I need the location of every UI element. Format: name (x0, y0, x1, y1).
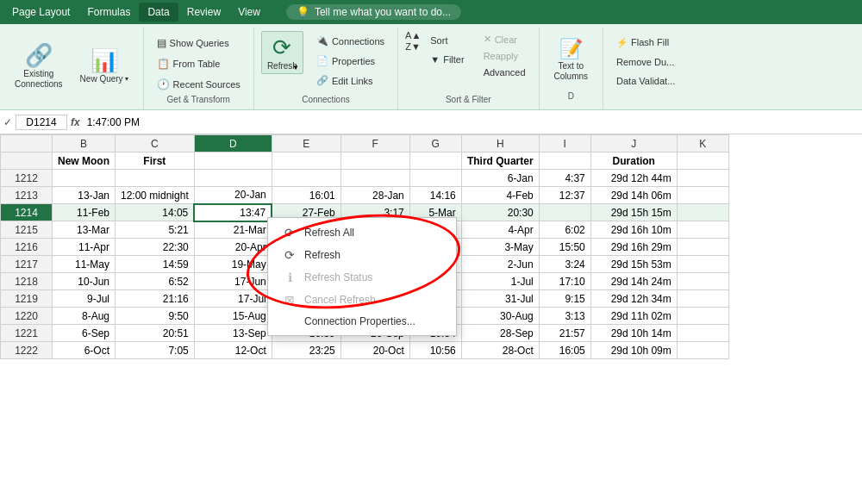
cell-i1216[interactable]: 15:50 (539, 239, 590, 256)
remove-duplicates-button[interactable]: Remove Du... (610, 54, 681, 70)
edit-links-button[interactable]: 🔗 Edit Links (310, 72, 390, 89)
refresh-all-item[interactable]: ⟳ Refresh All (268, 221, 456, 244)
col-header-j[interactable]: J (590, 135, 677, 152)
cell-b1212[interactable] (53, 170, 116, 187)
cell-h1222[interactable]: 28-Oct (461, 342, 539, 359)
cell-d1222[interactable]: 12-Oct (194, 342, 272, 359)
cell-i1215[interactable]: 6:02 (539, 221, 590, 239)
menu-review[interactable]: Review (178, 3, 229, 22)
cell-j1218[interactable]: 29d 14h 24m (590, 273, 677, 290)
text-to-columns-button[interactable]: 📝 Text toColumns (547, 31, 596, 90)
cell-b1213[interactable]: 13-Jan (53, 187, 116, 204)
existing-connections-button[interactable]: 🔗 ExistingConnections (7, 38, 71, 96)
cell-k1221[interactable] (677, 325, 728, 342)
cell-k1216[interactable] (677, 239, 728, 256)
reapply-button[interactable]: Reapply (478, 48, 532, 64)
col-header-e[interactable]: E (272, 135, 340, 152)
header-new-moon[interactable]: New Moon (53, 152, 116, 170)
cell-d1215[interactable]: 21-Mar (194, 221, 272, 239)
cell-i1212[interactable]: 4:37 (539, 170, 590, 187)
cell-d1220[interactable]: 15-Aug (194, 308, 272, 325)
cell-g1222[interactable]: 10:56 (409, 342, 461, 359)
cell-c1221[interactable]: 20:51 (116, 325, 195, 342)
header-duration[interactable]: Duration (590, 152, 677, 170)
cell-i1219[interactable]: 9:15 (539, 290, 590, 308)
cell-i1218[interactable]: 17:10 (539, 273, 590, 290)
cell-k1215[interactable] (677, 221, 728, 239)
cell-d1221[interactable]: 13-Sep (194, 325, 272, 342)
header-g[interactable] (409, 152, 461, 170)
filter-button[interactable]: ▼ Filter (424, 52, 470, 67)
cell-i1217[interactable]: 3:24 (539, 256, 590, 273)
cell-k1222[interactable] (677, 342, 728, 359)
cell-j1222[interactable]: 29d 10h 09m (590, 342, 677, 359)
cell-j1221[interactable]: 29d 10h 14m (590, 325, 677, 342)
cell-c1215[interactable]: 5:21 (116, 221, 195, 239)
refresh-item[interactable]: ⟳ Refresh (268, 244, 456, 266)
refresh-button[interactable]: ⟳ Refresh ▼ (261, 31, 303, 74)
cell-h1220[interactable]: 30-Aug (461, 308, 539, 325)
cell-b1216[interactable]: 11-Apr (53, 239, 116, 256)
cell-b1219[interactable]: 9-Jul (53, 290, 116, 308)
col-header-g[interactable]: G (409, 135, 461, 152)
col-header-c[interactable]: C (116, 135, 195, 152)
cell-h1221[interactable]: 28-Sep (461, 325, 539, 342)
cell-c1222[interactable]: 7:05 (116, 342, 195, 359)
cell-f1213[interactable]: 28-Jan (340, 187, 409, 204)
cell-h1215[interactable]: 4-Apr (461, 221, 539, 239)
cell-c1217[interactable]: 14:59 (116, 256, 195, 273)
cancel-refresh-item[interactable]: ⊠ Cancel Refresh (268, 289, 456, 311)
col-header-f[interactable]: F (340, 135, 409, 152)
cell-e1213[interactable]: 16:01 (272, 187, 340, 204)
new-query-button[interactable]: 📊 New Query ▾ (72, 38, 136, 96)
cell-i1222[interactable]: 16:05 (539, 342, 590, 359)
header-first[interactable]: First (116, 152, 195, 170)
cell-h1212[interactable]: 6-Jan (461, 170, 539, 187)
cell-j1216[interactable]: 29d 16h 29m (590, 239, 677, 256)
cell-c1220[interactable]: 9:50 (116, 308, 195, 325)
cell-b1222[interactable]: 6-Oct (53, 342, 116, 359)
recent-sources-button[interactable]: 🕐 Recent Sources (151, 76, 247, 93)
cell-c1212[interactable] (116, 170, 195, 187)
connections-button[interactable]: 🔌 Connections (310, 33, 390, 49)
cell-b1215[interactable]: 13-Mar (53, 221, 116, 239)
cell-b1218[interactable]: 10-Jun (53, 273, 116, 290)
cell-e1222[interactable]: 23:25 (272, 342, 340, 359)
cell-h1214[interactable]: 20:30 (461, 204, 539, 221)
cell-d1213[interactable]: 20-Jan (194, 187, 272, 204)
cell-k1218[interactable] (677, 273, 728, 290)
header-third-quarter[interactable]: Third Quarter (461, 152, 539, 170)
cell-c1219[interactable]: 21:16 (116, 290, 195, 308)
formula-input[interactable] (84, 115, 859, 129)
cell-h1217[interactable]: 2-Jun (461, 256, 539, 273)
flash-fill-button[interactable]: ⚡ Flash Fill (610, 34, 681, 51)
menu-data[interactable]: Data (139, 3, 178, 22)
show-queries-button[interactable]: ▤ Show Queries (151, 34, 247, 52)
cell-j1214[interactable]: 29d 15h 15m (590, 204, 677, 221)
cell-reference-box[interactable] (16, 115, 67, 130)
header-e[interactable] (272, 152, 340, 170)
header-d[interactable] (194, 152, 272, 170)
header-f[interactable] (340, 152, 409, 170)
header-k[interactable] (677, 152, 728, 170)
refresh-status-item[interactable]: ℹ Refresh Status (268, 266, 456, 289)
sort-button[interactable]: Sort (424, 33, 470, 48)
cell-i1214[interactable] (539, 204, 590, 221)
cell-i1220[interactable]: 3:13 (539, 308, 590, 325)
cell-k1220[interactable] (677, 308, 728, 325)
cell-g1212[interactable] (409, 170, 461, 187)
cell-h1219[interactable]: 31-Jul (461, 290, 539, 308)
cell-j1217[interactable]: 29d 15h 53m (590, 256, 677, 273)
menu-formulas[interactable]: Formulas (78, 3, 139, 22)
cell-g1213[interactable]: 14:16 (409, 187, 461, 204)
connection-properties-item[interactable]: Connection Properties... (268, 311, 456, 332)
cell-d1212[interactable] (194, 170, 272, 187)
cell-j1219[interactable]: 29d 12h 34m (590, 290, 677, 308)
cell-i1221[interactable]: 21:57 (539, 325, 590, 342)
cell-k1212[interactable] (677, 170, 728, 187)
col-header-i[interactable]: I (539, 135, 590, 152)
cell-b1220[interactable]: 8-Aug (53, 308, 116, 325)
cell-e1212[interactable] (272, 170, 340, 187)
cell-c1213[interactable]: 12:00 midnight (116, 187, 195, 204)
clear-button[interactable]: ✕ Clear (478, 31, 532, 47)
